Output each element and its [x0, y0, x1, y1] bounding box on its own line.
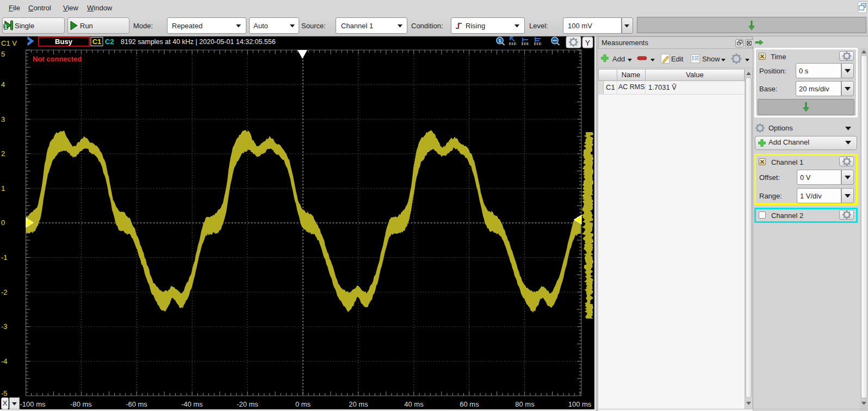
- svg-text:Not connected: Not connected: [33, 55, 82, 63]
- svg-text:C1 V: C1 V: [1, 39, 17, 47]
- svg-text:-20 ms: -20 ms: [237, 400, 258, 408]
- svg-text:60 ms: 60 ms: [460, 400, 479, 408]
- svg-text:-4: -4: [1, 357, 8, 365]
- svg-text:-60 ms: -60 ms: [126, 400, 147, 408]
- svg-text:8192 samples at 40 kHz | 2020-: 8192 samples at 40 kHz | 2020-05-01 14:3…: [121, 38, 276, 46]
- svg-text:-100 ms: -100 ms: [20, 400, 46, 408]
- svg-text:C2: C2: [105, 38, 114, 46]
- svg-text:1: 1: [498, 38, 501, 43]
- svg-text:Busy: Busy: [55, 38, 73, 46]
- svg-text:1: 1: [1, 184, 5, 192]
- svg-text:1: 1: [4, 24, 8, 30]
- svg-text:80 ms: 80 ms: [515, 400, 535, 408]
- svg-text:3: 3: [1, 115, 5, 123]
- svg-text:40 ms: 40 ms: [404, 400, 424, 408]
- svg-text:-1: -1: [1, 253, 8, 261]
- svg-text:-80 ms: -80 ms: [70, 400, 92, 408]
- svg-text:20 ms: 20 ms: [349, 400, 368, 408]
- svg-text:0 ms: 0 ms: [295, 400, 311, 408]
- svg-text:100 ms: 100 ms: [568, 400, 592, 408]
- svg-text:-5: -5: [1, 389, 8, 397]
- svg-text:Y: Y: [585, 39, 591, 47]
- svg-text:-40 ms: -40 ms: [181, 400, 203, 408]
- svg-text:Edit: Edit: [671, 55, 684, 63]
- svg-text:-2: -2: [1, 288, 8, 296]
- svg-text:0: 0: [1, 219, 5, 227]
- svg-text:-3: -3: [1, 322, 8, 331]
- svg-text:C1: C1: [92, 38, 102, 46]
- svg-text:Add: Add: [612, 55, 625, 63]
- svg-text:5: 5: [1, 50, 5, 58]
- svg-text:Show: Show: [702, 55, 720, 63]
- svg-text:4: 4: [1, 80, 5, 89]
- svg-text:2: 2: [1, 150, 5, 158]
